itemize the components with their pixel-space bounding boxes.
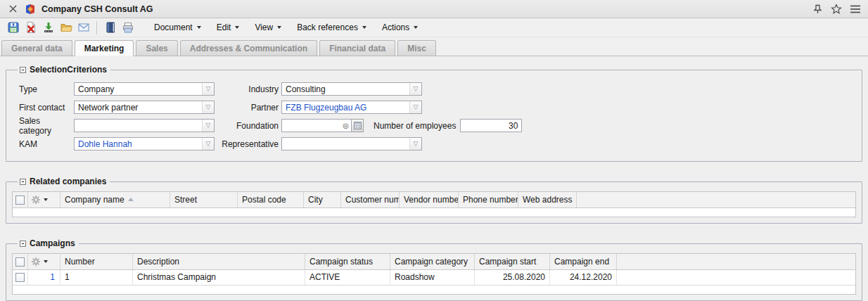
toolbar-separator [96, 21, 97, 34]
dropdown-arrow-icon: ▽ [409, 138, 421, 150]
chevron-down-icon [197, 26, 201, 29]
row-checkbox-cell [13, 270, 28, 285]
menu-edit[interactable]: Edit [209, 20, 248, 35]
email-icon[interactable] [75, 20, 92, 36]
col-filler [577, 192, 855, 207]
col-campaign-status[interactable]: Campaign status [305, 254, 390, 269]
journal-icon[interactable] [101, 20, 119, 36]
tab-misc[interactable]: Misc [397, 40, 436, 56]
select-all-checkbox[interactable] [15, 196, 25, 205]
partner-select[interactable]: FZB Flugzeugbau AG ▽ [281, 101, 422, 114]
open-folder-icon[interactable] [57, 20, 75, 36]
industry-value: Consulting [282, 83, 409, 95]
delete-document-icon[interactable] [22, 20, 39, 36]
dropdown-arrow-icon: ▽ [202, 83, 214, 95]
cell-campaign-start: 25.08.2020 [475, 270, 550, 285]
menu-document[interactable]: Document [146, 20, 209, 35]
col-postal-code[interactable]: Postal code [238, 192, 304, 207]
cell-filler [617, 270, 855, 285]
col-description[interactable]: Description [133, 254, 305, 269]
tab-content-marketing: SelectionCriterions Type Company ▽ Indus… [0, 56, 868, 301]
dropdown-arrow-icon: ▽ [202, 138, 214, 150]
col-filler [617, 254, 855, 269]
pin-icon[interactable] [811, 3, 824, 15]
first-contact-label: First contact [12, 103, 74, 113]
cell-campaign-category: Roadshow [390, 270, 475, 285]
kam-link[interactable]: Dohle Hannah [75, 138, 202, 150]
tab-strip: General data Marketing Sales Addresses &… [0, 37, 868, 56]
chevron-down-icon [277, 26, 281, 29]
cell-campaign-status: ACTIVE [305, 270, 390, 285]
col-customer-number[interactable]: Customer number [341, 192, 400, 207]
menu-back-references-label: Back references [297, 23, 358, 32]
col-number[interactable]: Number [60, 254, 133, 269]
menu-edit-label: Edit [217, 23, 231, 32]
kam-label: KAM [12, 139, 74, 149]
menu-view[interactable]: View [247, 20, 289, 35]
col-company-name[interactable]: Company name [60, 192, 170, 207]
col-campaign-category[interactable]: Campaign category [390, 254, 475, 269]
chevron-down-icon [414, 26, 418, 29]
representative-select[interactable]: ▽ [281, 137, 422, 150]
col-campaign-start[interactable]: Campaign start [475, 254, 550, 269]
kam-select[interactable]: Dohle Hannah ▽ [74, 137, 215, 150]
employees-input[interactable]: 30 [460, 119, 522, 132]
sales-category-label: Sales category [12, 116, 74, 136]
col-vendor-number[interactable]: Vendor number [400, 192, 459, 207]
table-settings-button[interactable] [28, 254, 60, 269]
industry-label: Industry [215, 84, 281, 94]
foundation-date-field[interactable]: ◎ [281, 119, 352, 132]
date-target-icon: ◎ [343, 122, 349, 129]
section-title: Related companies [30, 177, 106, 186]
close-icon[interactable] [6, 3, 19, 15]
row-checkbox[interactable] [15, 273, 25, 282]
collapse-icon[interactable] [20, 67, 26, 73]
dropdown-arrow-icon: ▽ [202, 120, 214, 132]
cell-number: 1 [60, 270, 133, 285]
section-title: Campaigns [30, 238, 75, 248]
sales-category-value [75, 120, 202, 132]
partner-link[interactable]: FZB Flugzeugbau AG [282, 101, 409, 113]
window-titlebar: Company CSH Consult AG [0, 0, 868, 18]
empty-table-body [13, 286, 855, 294]
section-selection-criterions: SelectionCriterions Type Company ▽ Indus… [6, 65, 862, 162]
tab-sales[interactable]: Sales [136, 40, 177, 56]
dropdown-arrow-icon: ▽ [409, 83, 421, 95]
table-header-row: Number Description Campaign status Campa… [13, 254, 855, 270]
first-contact-value: Network partner [75, 101, 202, 113]
table-row[interactable]: 1 1 Christmas Campaign ACTIVE Roadshow 2… [13, 270, 855, 286]
select-all-checkbox[interactable] [15, 257, 25, 267]
sales-category-select[interactable]: ▽ [74, 119, 215, 132]
campaigns-table: Number Description Campaign status Campa… [12, 253, 856, 295]
hamburger-menu-icon[interactable] [849, 3, 862, 15]
toolbar: Document Edit View Back references Actio… [0, 18, 868, 37]
col-street[interactable]: Street [170, 192, 238, 207]
industry-select[interactable]: Consulting ▽ [281, 82, 422, 96]
menu-bar: Document Edit View Back references Actio… [146, 20, 426, 35]
calendar-icon[interactable] [352, 119, 364, 132]
tab-addresses-communication[interactable]: Addresses & Communication [180, 40, 317, 56]
type-select[interactable]: Company ▽ [74, 82, 215, 96]
first-contact-select[interactable]: Network partner ▽ [74, 101, 215, 114]
collapse-icon[interactable] [20, 241, 26, 247]
favorite-star-icon[interactable] [830, 3, 843, 15]
col-phone-number[interactable]: Phone number [459, 192, 518, 207]
cell-campaign-end: 24.12.2020 [550, 270, 617, 285]
import-icon[interactable] [39, 20, 57, 36]
col-campaign-end[interactable]: Campaign end [550, 254, 617, 269]
section-title: SelectionCriterions [30, 65, 107, 75]
tab-marketing[interactable]: Marketing [75, 40, 134, 56]
table-settings-button[interactable] [28, 192, 60, 207]
menu-actions[interactable]: Actions [374, 20, 426, 35]
tab-financial-data[interactable]: Financial data [319, 40, 395, 56]
print-icon[interactable] [119, 20, 136, 36]
collapse-icon[interactable] [20, 179, 26, 185]
section-campaigns: Campaigns Number [6, 238, 862, 301]
col-city[interactable]: City [304, 192, 341, 207]
col-web-address[interactable]: Web address [518, 192, 577, 207]
save-icon[interactable] [4, 20, 22, 36]
tab-general-data[interactable]: General data [1, 40, 72, 56]
menu-back-references[interactable]: Back references [289, 20, 374, 35]
row-open-link[interactable]: 1 [28, 270, 60, 285]
sort-asc-icon [128, 198, 134, 201]
